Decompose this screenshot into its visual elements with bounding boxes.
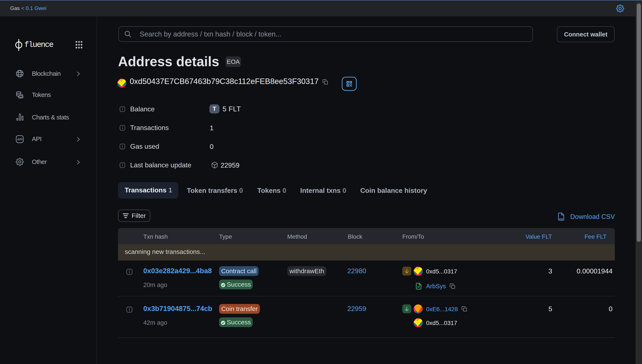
svg-text:csv: csv	[559, 218, 563, 220]
svg-text:API: API	[17, 138, 23, 141]
